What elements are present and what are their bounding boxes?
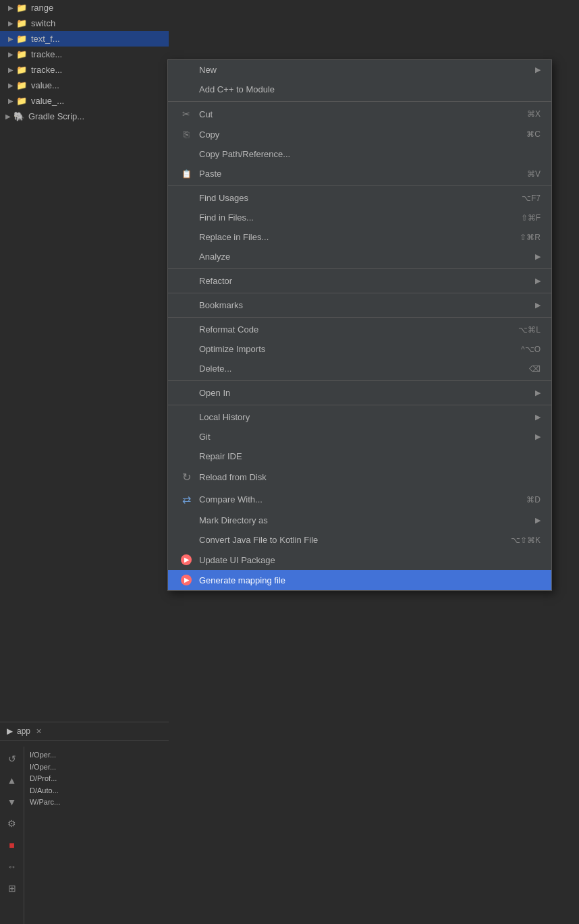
tree-item-label: Gradle Scrip... xyxy=(28,111,84,121)
gradle-icon: 🐘 xyxy=(13,111,24,121)
tree-item-label: value_... xyxy=(31,96,64,106)
menu-item-find-usages[interactable]: Find Usages ⌥F7 xyxy=(168,188,551,208)
menu-item-label: Replace in Files... xyxy=(199,232,520,242)
tree-item-label: tracke... xyxy=(31,65,62,75)
menu-shortcut: ⌥⇧⌘K xyxy=(511,536,541,545)
menu-item-label: Copy Path/Reference... xyxy=(199,149,541,159)
run-tab-close[interactable]: ✕ xyxy=(36,727,42,736)
folder-icon: 📁 xyxy=(16,18,27,28)
menu-item-label: Reload from Disk xyxy=(199,472,541,482)
submenu-arrow: ▶ xyxy=(535,388,541,397)
menu-item-bookmarks[interactable]: Bookmarks ▶ xyxy=(168,295,551,315)
menu-item-delete[interactable]: Delete... ⌫ xyxy=(168,359,551,378)
folder-icon: 📁 xyxy=(16,34,27,44)
menu-item-label: Bookmarks xyxy=(199,300,530,310)
submenu-arrow: ▶ xyxy=(535,252,541,261)
menu-item-label: Paste xyxy=(199,169,527,179)
menu-shortcut: ⌘D xyxy=(526,495,541,504)
menu-item-label: Local History xyxy=(199,412,530,422)
menu-item-refactor[interactable]: Refactor ▶ xyxy=(168,271,551,291)
tree-item-tracker1[interactable]: ▶ 📁 tracke... xyxy=(0,47,169,62)
paste-icon: 📋 xyxy=(179,169,194,179)
tree-item-tracker2[interactable]: ▶ 📁 tracke... xyxy=(0,62,169,78)
menu-item-label: Find Usages xyxy=(199,193,522,203)
tree-item-range[interactable]: ▶ 📁 range xyxy=(0,0,169,16)
tree-arrow: ▶ xyxy=(8,66,13,74)
separator xyxy=(168,380,551,381)
folder-icon: 📁 xyxy=(16,3,27,13)
submenu-arrow: ▶ xyxy=(535,413,541,422)
menu-item-label: New xyxy=(199,65,530,75)
menu-shortcut: ⌘C xyxy=(526,129,541,139)
menu-item-compare-with[interactable]: ⇄ Compare With... ⌘D xyxy=(168,488,551,511)
stop-button[interactable]: ■ xyxy=(4,837,20,853)
tree-item-label: value... xyxy=(31,80,59,90)
pin-button[interactable]: ⊞ xyxy=(4,880,20,896)
menu-item-reformat-code[interactable]: Reformat Code ⌥⌘L xyxy=(168,320,551,339)
tree-arrow: ▶ xyxy=(5,113,11,120)
menu-item-git[interactable]: Git ▶ xyxy=(168,427,551,446)
menu-item-cut[interactable]: ✂ Cut ⌘X xyxy=(168,104,551,124)
menu-item-update-ui[interactable]: ▶ Update UI Package xyxy=(168,550,551,570)
menu-shortcut: ⌥F7 xyxy=(522,194,541,203)
folder-icon: 📁 xyxy=(16,65,27,75)
menu-item-generate-mapping[interactable]: ▶ Generate mapping file xyxy=(168,570,551,590)
menu-item-find-in-files[interactable]: Find in Files... ⇧⌘F xyxy=(168,208,551,227)
menu-item-label: Open In xyxy=(199,388,530,398)
tree-arrow: ▶ xyxy=(8,4,13,11)
tree-item-value2[interactable]: ▶ 📁 value_... xyxy=(0,93,169,109)
wrap-button[interactable]: ↔ xyxy=(4,859,20,875)
menu-item-label: Compare With... xyxy=(199,494,526,504)
separator xyxy=(168,405,551,405)
tree-item-value1[interactable]: ▶ 📁 value... xyxy=(0,78,169,93)
menu-item-label: Generate mapping file xyxy=(199,575,541,585)
menu-item-reload-from-disk[interactable]: ↻ Reload from Disk xyxy=(168,466,551,488)
compare-icon: ⇄ xyxy=(179,493,194,506)
menu-shortcut: ⌘X xyxy=(527,109,541,119)
run-tab-icon: ▶ xyxy=(7,726,13,736)
log-line: I/Oper... xyxy=(30,761,163,774)
run-tab[interactable]: ▶ app ✕ xyxy=(0,722,169,741)
menu-item-paste[interactable]: 📋 Paste ⌘V xyxy=(168,164,551,183)
settings-button[interactable]: ⚙ xyxy=(4,815,20,832)
menu-item-analyze[interactable]: Analyze ▶ xyxy=(168,247,551,266)
menu-item-label: Delete... xyxy=(199,364,529,374)
log-line: D/Auto... xyxy=(30,785,163,797)
menu-shortcut: ⌘V xyxy=(527,169,541,179)
tree-arrow: ▶ xyxy=(8,20,13,27)
plugin-icon: ▶ xyxy=(181,554,192,565)
tree-item-switch[interactable]: ▶ 📁 switch xyxy=(0,16,169,31)
tree-item-text-field[interactable]: ▶ 📁 text_f... xyxy=(0,31,169,47)
cut-icon: ✂ xyxy=(179,109,194,119)
run-tab-label: app xyxy=(17,726,30,736)
menu-item-add-cpp[interactable]: Add C++ to Module xyxy=(168,80,551,99)
run-log: I/Oper... I/Oper... D/Prof... D/Auto... … xyxy=(24,747,169,924)
tree-arrow: ▶ xyxy=(8,51,13,58)
update-ui-icon: ▶ xyxy=(179,554,194,565)
menu-item-optimize-imports[interactable]: Optimize Imports ^⌥O xyxy=(168,339,551,359)
menu-item-mark-directory[interactable]: Mark Directory as ▶ xyxy=(168,511,551,530)
menu-shortcut: ⌫ xyxy=(529,364,541,374)
reload-icon: ↻ xyxy=(179,471,194,484)
tree-item-gradle[interactable]: ▶ 🐘 Gradle Scrip... xyxy=(0,109,169,124)
menu-item-label: Copy xyxy=(199,129,526,140)
folder-icon: 📁 xyxy=(16,49,27,59)
menu-item-label: Repair IDE xyxy=(199,451,541,461)
menu-item-repair-ide[interactable]: Repair IDE xyxy=(168,446,551,466)
menu-item-copy-path[interactable]: Copy Path/Reference... xyxy=(168,144,551,164)
menu-item-local-history[interactable]: Local History ▶ xyxy=(168,407,551,427)
menu-item-convert-java[interactable]: Convert Java File to Kotlin File ⌥⇧⌘K xyxy=(168,530,551,550)
menu-item-label: Mark Directory as xyxy=(199,515,530,525)
menu-item-open-in[interactable]: Open In ▶ xyxy=(168,383,551,403)
submenu-arrow: ▶ xyxy=(535,301,541,310)
menu-item-label: Cut xyxy=(199,109,527,119)
menu-item-new[interactable]: New ▶ xyxy=(168,60,551,80)
menu-item-replace-in-files[interactable]: Replace in Files... ⇧⌘R xyxy=(168,227,551,247)
rerun-button[interactable]: ↺ xyxy=(4,751,20,767)
menu-item-label: Refactor xyxy=(199,276,530,286)
menu-item-copy[interactable]: ⎘ Copy ⌘C xyxy=(168,124,551,144)
scroll-down-button[interactable]: ▼ xyxy=(4,794,20,810)
tree-item-label: text_f... xyxy=(31,34,60,44)
separator xyxy=(168,185,551,186)
scroll-up-button[interactable]: ▲ xyxy=(4,772,20,788)
